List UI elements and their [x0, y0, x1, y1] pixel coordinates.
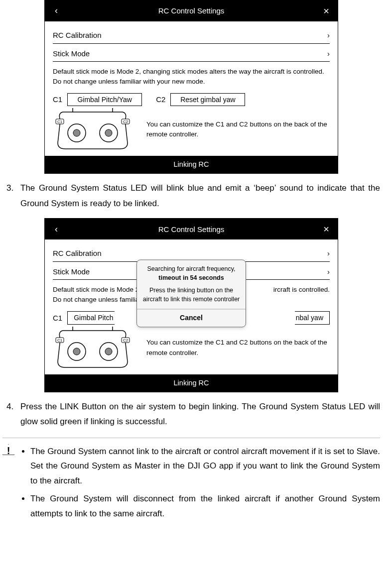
close-icon[interactable]: × [322, 4, 331, 17]
c2-selector[interactable]: Reset gimbal yaw [170, 93, 245, 106]
svg-text:C1: C1 [57, 338, 63, 343]
back-icon[interactable]: ‹ [52, 5, 61, 16]
svg-point-11 [73, 348, 80, 355]
modal-cancel-button[interactable]: Cancel [137, 310, 246, 327]
step-text: The Ground System Status LED will blink … [20, 181, 380, 211]
c1-selector-truncated[interactable]: Gimbal Pitch [67, 311, 114, 324]
warning-icon: ! [2, 444, 14, 455]
rc-calibration-row[interactable]: RC Calibration › [53, 25, 330, 44]
c1-tag-icon: C1 [57, 119, 63, 124]
chevron-right-icon: › [327, 267, 330, 277]
modal-search-line: Searching for aircraft frequency, [147, 266, 236, 273]
step-3: 3. The Ground System Status LED will bli… [6, 181, 380, 211]
custom-buttons-row: C1 Gimbal Pitch/Yaw C2 Reset gimbal yaw [53, 93, 330, 106]
svg-point-13 [105, 348, 112, 355]
header-title: RC Control Settings [158, 225, 225, 235]
rc-calibration-label: RC Calibration [53, 30, 102, 40]
c1-label: C1 [53, 313, 62, 323]
warning-bullet-1: The Ground System cannot link to the air… [30, 444, 380, 488]
rc-calibration-row[interactable]: RC Calibration › [53, 243, 330, 262]
warning-callout: ! The Ground System cannot link to the a… [2, 444, 380, 524]
close-icon[interactable]: × [322, 223, 331, 235]
linking-rc-button[interactable]: Linking RC [45, 156, 338, 173]
rc-calibration-label: RC Calibration [53, 248, 102, 258]
chevron-right-icon: › [327, 248, 330, 258]
linking-rc-button[interactable]: Linking RC [45, 374, 338, 392]
svg-point-3 [73, 129, 80, 136]
c1-selector[interactable]: Gimbal Pitch/Yaw [67, 93, 142, 106]
linking-modal: Searching for aircraft frequency, timeou… [136, 260, 246, 327]
remote-controller-icon: C1 C2 [53, 327, 132, 369]
header-title: RC Control Settings [158, 6, 225, 16]
c2-tag-icon: C2 [123, 119, 129, 124]
stick-mode-label: Stick Mode [53, 49, 90, 59]
divider [2, 438, 380, 438]
step-number: 3. [6, 181, 20, 211]
step-text: Press the LINK Button on the air system … [20, 399, 380, 430]
svg-text:C2: C2 [123, 338, 129, 343]
step-4: 4. Press the LINK Button on the air syst… [6, 399, 380, 430]
warning-bullet-2: The Ground System will disconnect from t… [30, 491, 380, 521]
stick-mode-label: Stick Mode [53, 267, 90, 277]
controller-custom-note: You can customize the C1 and C2 buttons … [146, 119, 330, 140]
back-icon[interactable]: ‹ [52, 224, 61, 235]
controller-custom-note: You can customize the C1 and C2 buttons … [146, 338, 330, 358]
chevron-right-icon: › [327, 30, 330, 40]
screenshot-rc-settings-2: ‹ RC Control Settings × RC Calibration ›… [44, 218, 338, 392]
modal-timeout-line: timeout in 54 seconds [158, 274, 224, 281]
c2-label: C2 [156, 95, 165, 105]
step-number: 4. [6, 399, 20, 430]
remote-controller-icon: C1 C2 [53, 108, 132, 151]
app-header: ‹ RC Control Settings × [45, 219, 338, 239]
stick-mode-note: Default stick mode is Mode 2, changing s… [53, 67, 330, 86]
app-header: ‹ RC Control Settings × [45, 0, 338, 21]
c2-selector-truncated[interactable]: nbal yaw [295, 311, 330, 324]
modal-instruction: Press the linking button on the aircraft… [137, 285, 246, 309]
screenshot-rc-settings-1: ‹ RC Control Settings × RC Calibration ›… [44, 0, 338, 174]
c1-label: C1 [53, 95, 62, 105]
stick-mode-row[interactable]: Stick Mode › [53, 44, 330, 62]
chevron-right-icon: › [327, 49, 330, 59]
svg-point-5 [105, 129, 112, 136]
